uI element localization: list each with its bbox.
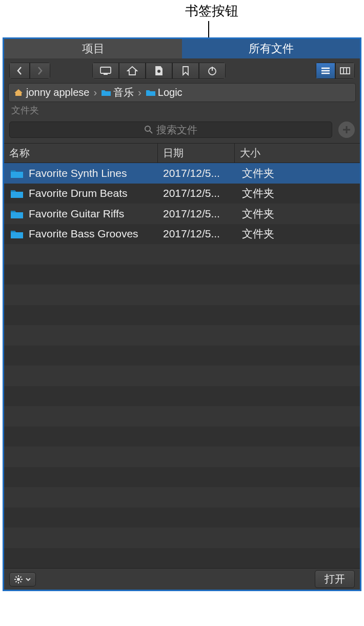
table-row [4, 366, 360, 386]
home-icon [127, 66, 138, 76]
file-name: Favorite Synth Lines [29, 167, 127, 179]
table-row[interactable]: Favorite Drum Beats2017/12/5...文件夹 [4, 184, 360, 204]
file-name: Favorite Guitar Riffs [29, 208, 124, 220]
home-folder-icon [14, 89, 23, 96]
table-row [4, 305, 360, 326]
column-view-button[interactable] [335, 63, 355, 79]
view-buttons [316, 63, 355, 79]
table-row[interactable]: Favorite Synth Lines2017/12/5...文件夹 [4, 163, 360, 184]
breadcrumb-item[interactable]: Logic [158, 87, 183, 98]
svg-line-22 [16, 581, 17, 582]
column-header-size[interactable]: 大小 [235, 144, 360, 163]
callout-line [208, 21, 209, 37]
table-row [4, 386, 360, 407]
back-button[interactable] [9, 63, 30, 79]
file-date: 2017/12/5... [163, 167, 220, 179]
file-size: 文件夹 [242, 187, 274, 199]
chevron-down-icon [25, 577, 31, 582]
tab-all-files[interactable]: 所有文件 [182, 39, 360, 58]
svg-point-2 [157, 70, 160, 73]
file-date: 2017/12/5... [163, 187, 220, 199]
table-row [4, 427, 360, 447]
file-date: 2017/12/5... [163, 208, 220, 219]
folder-icon [10, 168, 24, 178]
folder-icon [10, 209, 24, 219]
file-date: 2017/12/5... [163, 228, 220, 239]
home-button[interactable] [119, 63, 146, 79]
actions-menu-button[interactable] [9, 572, 36, 587]
table-row [4, 265, 360, 285]
open-button[interactable]: 打开 [315, 570, 355, 588]
list-view-button[interactable] [316, 63, 335, 79]
table-row [4, 406, 360, 427]
file-size: 文件夹 [242, 208, 274, 219]
music-folder-icon [101, 89, 110, 96]
svg-point-15 [17, 578, 20, 581]
forward-button[interactable] [30, 63, 50, 79]
computer-button[interactable] [92, 63, 119, 79]
breadcrumb-separator: › [93, 87, 97, 98]
breadcrumb[interactable]: jonny applese › 音乐 › Logic [8, 83, 356, 102]
bookmark-icon [182, 66, 189, 76]
table-row [4, 467, 360, 488]
table-row [4, 447, 360, 467]
toolbar [4, 58, 360, 83]
list-icon [320, 67, 331, 75]
table-row [4, 548, 360, 569]
search-row: 搜索文件 [4, 118, 360, 143]
chevron-left-icon [16, 66, 23, 75]
file-browser-window: 项目 所有文件 [3, 37, 361, 591]
folder-icon [10, 188, 24, 198]
table-row [4, 487, 360, 508]
svg-line-23 [21, 576, 22, 577]
breadcrumb-item[interactable]: jonny applese [26, 87, 89, 98]
svg-rect-0 [100, 67, 111, 73]
table-row [4, 528, 360, 548]
file-size: 文件夹 [242, 228, 274, 239]
column-headers: 名称 日期 大小 [4, 143, 360, 163]
nav-buttons [9, 63, 50, 79]
tab-project[interactable]: 项目 [4, 39, 182, 58]
table-row [4, 346, 360, 366]
location-buttons [92, 63, 226, 79]
search-icon [144, 125, 153, 134]
file-name: Favorite Bass Grooves [29, 228, 138, 240]
svg-line-12 [150, 131, 152, 133]
gear-icon [14, 575, 23, 584]
breadcrumb-item[interactable]: 音乐 [113, 86, 134, 99]
search-input[interactable]: 搜索文件 [9, 122, 332, 138]
path-type-label: 文件夹 [4, 102, 360, 118]
server-button[interactable] [199, 63, 226, 79]
svg-rect-1 [104, 74, 108, 75]
breadcrumb-separator: › [138, 87, 141, 98]
file-size: 文件夹 [242, 167, 274, 179]
table-row [4, 325, 360, 346]
search-placeholder: 搜索文件 [156, 123, 197, 137]
chevron-right-icon [37, 66, 43, 75]
column-header-name[interactable]: 名称 [4, 144, 158, 163]
file-list: Favorite Synth Lines2017/12/5...文件夹Favor… [4, 163, 360, 568]
column-header-date[interactable]: 日期 [158, 144, 235, 163]
folder-icon [146, 89, 155, 96]
tab-bar: 项目 所有文件 [4, 39, 360, 58]
columns-icon [339, 67, 351, 75]
plus-icon [342, 125, 351, 134]
table-row[interactable]: Favorite Guitar Riffs2017/12/5...文件夹 [4, 204, 360, 224]
svg-line-20 [16, 576, 17, 577]
svg-rect-8 [340, 68, 350, 74]
table-row [4, 244, 360, 265]
svg-point-11 [145, 126, 150, 131]
footer: 打开 [4, 568, 360, 590]
bookmark-button[interactable] [172, 63, 199, 79]
file-name: Favorite Drum Beats [29, 187, 128, 199]
svg-line-21 [21, 581, 22, 582]
folder-icon [10, 229, 24, 239]
doc-icon [154, 66, 164, 76]
table-row [4, 285, 360, 305]
projects-button[interactable] [146, 63, 172, 79]
display-icon [99, 66, 112, 75]
table-row[interactable]: Favorite Bass Grooves2017/12/5...文件夹 [4, 224, 360, 245]
power-icon [207, 66, 217, 76]
add-button[interactable] [338, 122, 355, 138]
table-row [4, 508, 360, 528]
